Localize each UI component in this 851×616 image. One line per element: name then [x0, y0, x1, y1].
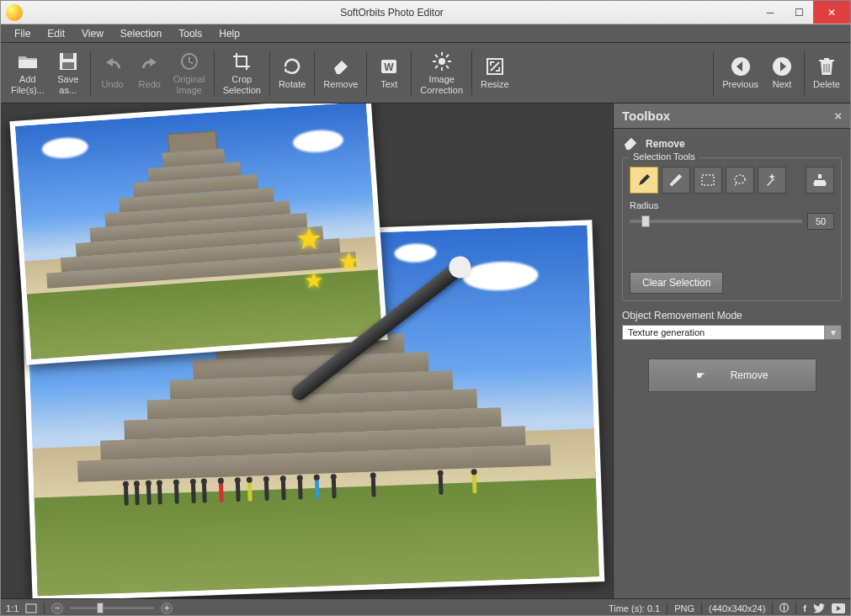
svg-point-6	[439, 58, 445, 65]
crop-icon	[231, 50, 253, 72]
svg-point-23	[735, 175, 745, 183]
toolbar-separator	[90, 51, 91, 95]
youtube-icon[interactable]	[832, 603, 845, 613]
toolbox-close-icon[interactable]: ×	[834, 109, 842, 123]
menu-file[interactable]: File	[8, 26, 37, 41]
radius-label: Radius	[630, 200, 834, 210]
history-icon	[178, 50, 200, 72]
correction-label: Image Correction	[420, 74, 463, 94]
selection-tools-group: Selection Tools Radius 50 Clear Selectio…	[622, 157, 842, 301]
zoom-slider[interactable]	[70, 607, 154, 609]
redo-icon	[139, 56, 161, 77]
undo-icon	[102, 56, 124, 77]
delete-button[interactable]: Delete	[808, 54, 845, 91]
previous-label: Previous	[722, 79, 758, 89]
toolbar: Add File(s)... Save as... Undo Redo Orig…	[1, 43, 850, 104]
status-dimensions: (440x340x24)	[709, 603, 765, 613]
arrow-left-icon	[730, 56, 752, 77]
resize-icon	[484, 56, 506, 77]
menu-selection[interactable]: Selection	[114, 26, 168, 41]
svg-text:W: W	[385, 61, 395, 73]
status-format: PNG	[674, 603, 694, 613]
radius-value[interactable]: 50	[807, 213, 834, 230]
facebook-icon[interactable]: f	[803, 603, 806, 613]
sparkle-icon: ★	[338, 247, 360, 276]
toolbar-separator	[366, 51, 367, 95]
chevron-down-icon: ▾	[825, 325, 842, 340]
twitter-icon[interactable]	[813, 603, 825, 613]
menu-edit[interactable]: Edit	[40, 26, 72, 41]
toolbar-separator	[471, 51, 472, 95]
sparkle-icon: ★	[295, 221, 322, 257]
sparkle-icon: ★	[304, 268, 323, 294]
menu-help[interactable]: Help	[212, 26, 247, 41]
zoom-ratio[interactable]: 1:1	[6, 603, 19, 613]
toolbox-panel: Toolbox × Remove Selection Tools Radius	[613, 104, 850, 598]
svg-point-21	[670, 183, 673, 186]
free-select-tool[interactable]	[662, 167, 690, 194]
info-icon[interactable]: ⓘ	[779, 602, 789, 614]
marker-tool[interactable]	[630, 167, 658, 194]
undo-label: Undo	[102, 79, 124, 89]
clone-stamp-tool[interactable]	[806, 167, 834, 194]
save-icon	[57, 50, 79, 72]
add-files-button[interactable]: Add File(s)...	[6, 49, 50, 96]
resize-button[interactable]: Resize	[476, 54, 514, 91]
toolbar-separator	[269, 51, 270, 95]
remove-section-title: Remove	[646, 138, 685, 150]
save-as-button[interactable]: Save as...	[50, 49, 87, 96]
toolbar-separator	[411, 51, 412, 95]
zoom-out-button[interactable]: −	[51, 603, 63, 614]
toolbox-header: Toolbox ×	[614, 104, 850, 129]
save-as-label: Save as...	[57, 74, 78, 94]
remove-button[interactable]: Remove	[318, 54, 363, 91]
original-label: Original Image	[173, 74, 205, 94]
rotate-label: Rotate	[279, 79, 306, 89]
remove-label: Remove	[323, 79, 358, 89]
close-button[interactable]: ✕	[813, 1, 850, 24]
lasso-tool[interactable]	[726, 167, 754, 194]
previous-button[interactable]: Previous	[717, 54, 763, 91]
fit-screen-icon[interactable]	[25, 603, 37, 613]
eraser-icon	[330, 56, 352, 77]
text-icon: W	[378, 56, 400, 77]
toolbar-separator	[214, 51, 215, 95]
svg-rect-22	[702, 175, 714, 185]
menu-tools[interactable]: Tools	[172, 26, 209, 41]
svg-rect-26	[26, 604, 36, 613]
zoom-in-button[interactable]: +	[161, 603, 173, 614]
redo-button[interactable]: Redo	[131, 54, 168, 91]
next-button[interactable]: Next	[763, 54, 800, 91]
maximize-button[interactable]: ☐	[785, 1, 813, 24]
photo-top	[9, 104, 387, 365]
rect-select-tool[interactable]	[694, 167, 722, 194]
mode-dropdown[interactable]: Texture generation ▾	[622, 325, 842, 340]
rotate-button[interactable]: Rotate	[274, 54, 311, 91]
svg-line-13	[435, 66, 438, 68]
menu-view[interactable]: View	[75, 26, 110, 41]
remove-btn-label: Remove	[731, 369, 769, 381]
text-button[interactable]: W Text	[370, 54, 407, 91]
app-icon	[6, 4, 23, 21]
toolbar-separator	[804, 51, 805, 95]
image-correction-button[interactable]: Image Correction	[415, 49, 468, 96]
svg-line-14	[446, 55, 449, 57]
original-image-button[interactable]: Original Image	[168, 49, 210, 96]
svg-rect-2	[62, 62, 74, 69]
selection-tools-legend: Selection Tools	[630, 151, 699, 162]
folder-open-icon	[17, 50, 39, 72]
canvas-area[interactable]: ★ ★ ★	[1, 104, 613, 598]
brightness-icon	[431, 50, 453, 72]
add-files-label: Add File(s)...	[11, 74, 45, 94]
crop-button[interactable]: Crop Selection	[218, 49, 266, 96]
remove-action-button[interactable]: ☛ Remove	[648, 358, 816, 392]
radius-slider[interactable]	[630, 220, 802, 223]
minimize-button[interactable]: ─	[756, 1, 785, 24]
clear-selection-button[interactable]: Clear Selection	[630, 272, 723, 294]
undo-button[interactable]: Undo	[94, 54, 131, 91]
toolbox-title: Toolbox	[622, 109, 670, 123]
window-title: SoftOrbits Photo Editor	[28, 7, 756, 19]
magic-wand-tool[interactable]	[758, 167, 786, 194]
title-bar: SoftOrbits Photo Editor ─ ☐ ✕	[1, 1, 850, 24]
delete-label: Delete	[813, 79, 840, 89]
